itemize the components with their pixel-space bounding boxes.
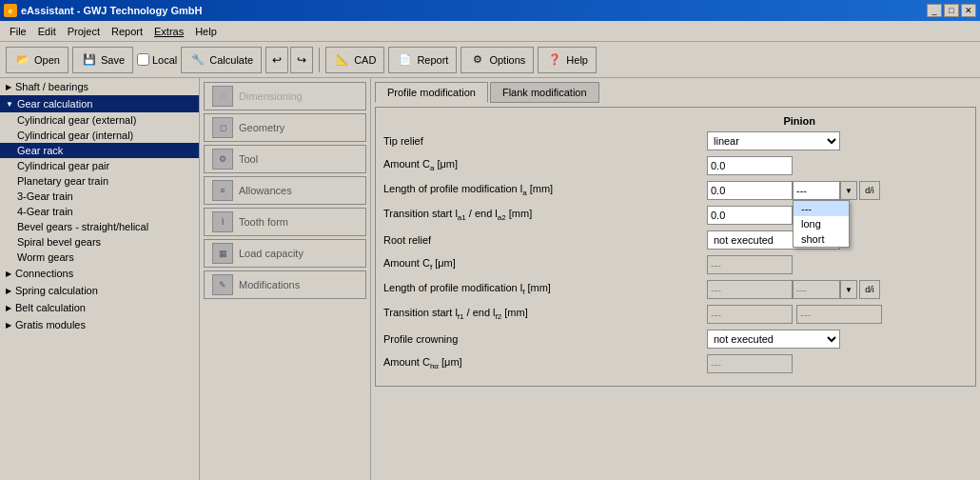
tip-relief-row: Tip relief linear progressive none [383,130,968,151]
menu-edit[interactable]: Edit [32,24,62,39]
undo-button[interactable]: ↩ [265,47,288,73]
cad-icon: 📐 [334,51,351,69]
minimize-button[interactable]: _ [927,4,942,17]
options-button[interactable]: ⚙ Options [461,47,534,73]
transition-la-label: Transition start la1 / end la2 [mm] [383,208,707,222]
save-icon: 💾 [81,51,98,69]
transition-lf-input[interactable] [707,305,793,324]
length-la-input[interactable] [707,181,793,200]
length-la-label: Length of profile modification la [mm] [383,183,707,197]
app-icon: e [4,4,17,17]
open-icon: 📂 [14,51,31,69]
menu-file[interactable]: File [4,24,32,39]
amount-ca-label: Amount Ca [μm] [383,158,707,172]
sidebar-item-3gear[interactable]: 3-Gear train [0,189,199,204]
transition-la-input[interactable] [707,206,793,225]
length-lf-input[interactable] [707,280,793,299]
tab-flank-modification[interactable]: Flank modification [490,82,599,103]
length-la-dropdown-btn[interactable]: ▼ [840,181,857,200]
right-panel: Profile modification Flank modification … [371,78,980,480]
profile-crowning-label: Profile crowning [383,333,707,345]
transition-lf-row: Transition start lf1 / end lf2 [mm] [383,304,968,325]
local-checkbox[interactable] [137,53,149,66]
menu-bar: File Edit Project Report Extras Help [0,21,980,42]
triangle-spring: ▶ [6,287,11,295]
menu-project[interactable]: Project [62,24,106,39]
sidebar-group-shaft[interactable]: ▶ Shaft / bearings [0,78,199,95]
menu-report[interactable]: Report [106,24,148,39]
length-la-dropdown: --- long short [793,200,850,248]
amount-cf-label: Amount Cf [μm] [383,257,707,271]
root-relief-label: Root relief [383,234,707,246]
triangle-gear: ▼ [6,100,13,109]
sidebar-item-bevel[interactable]: Bevel gears - straight/helical [0,219,199,234]
length-la-di-button[interactable]: d/i [859,181,880,200]
dropdown-item-long[interactable]: long [794,216,849,231]
length-lf-row: Length of profile modification lf [mm] ▼… [383,279,968,300]
save-button[interactable]: 💾 Save [72,47,133,73]
sidebar-item-planetary[interactable]: Planetary gear train [0,173,199,189]
triangle-gratis: ▶ [6,321,11,330]
undo-redo-container: ↩ ↪ [265,47,313,73]
tab-bar: Profile modification Flank modification [375,82,976,103]
cad-button[interactable]: 📐 CAD [325,47,384,73]
profile-crowning-row: Profile crowning not executed executed [383,329,968,350]
report-button[interactable]: 📄 Report [388,47,457,73]
menu-extras[interactable]: Extras [148,24,189,39]
amount-cf-input[interactable] [707,255,793,274]
transition-lf-input2[interactable] [796,305,882,324]
form-area: Pinion Tip relief linear progressive non… [375,107,976,387]
length-lf-di-button[interactable]: d/i [859,280,880,299]
sidebar-item-cyl-pair[interactable]: Cylindrical gear pair [0,158,199,173]
sidebar-group-belt[interactable]: ▶ Belt calculation [0,299,199,316]
sidebar-group-gear[interactable]: ▼ Gear calculation [0,95,199,112]
profile-crowning-select[interactable]: not executed executed [707,330,840,349]
tool-icon: ⚙ [212,149,233,170]
dropdown-item-dash[interactable]: --- [794,201,849,216]
triangle-shaft: ▶ [6,83,11,91]
length-la-row: Length of profile modification la [mm] ▼… [383,180,968,201]
sidebar-group-spring[interactable]: ▶ Spring calculation [0,282,199,299]
amount-cha-input[interactable] [707,354,793,373]
geometry-button[interactable]: ◻ Geometry [204,113,366,142]
help-button[interactable]: ❓ Help [538,47,597,73]
options-icon: ⚙ [469,51,486,69]
sidebar-item-cyl-ext[interactable]: Cylindrical gear (external) [0,112,199,128]
main-content: ▶ Shaft / bearings ▼ Gear calculation Cy… [0,78,980,480]
sidebar-group-gratis[interactable]: ▶ Gratis modules [0,316,199,333]
tip-relief-select[interactable]: linear progressive none [707,131,840,150]
menu-help[interactable]: Help [189,24,223,39]
sidebar-item-worm[interactable]: Worm gears [0,250,199,265]
length-lf-select-input[interactable] [793,280,840,299]
sidebar-item-cyl-int[interactable]: Cylindrical gear (internal) [0,128,199,143]
tab-profile-modification[interactable]: Profile modification [375,82,488,103]
amount-ca-row: Amount Ca [μm] [383,155,968,176]
title-bar-controls[interactable]: _ □ ✕ [927,4,976,17]
modifications-icon: ✎ [212,274,233,295]
dropdown-item-short[interactable]: short [794,231,849,247]
toolbar: 📂 Open 💾 Save Local 🔧 Calculate ↩ ↪ 📐 CA… [0,42,980,78]
triangle-belt: ▶ [6,304,11,312]
root-relief-row: Root relief not executed linear progress… [383,230,968,250]
close-button[interactable]: ✕ [961,4,976,17]
amount-cha-label: Amount Chα [μm] [383,356,707,370]
sidebar-item-spiral[interactable]: Spiral bevel gears [0,234,199,250]
length-lf-dropdown-btn[interactable]: ▼ [840,280,857,299]
tooth-form-button[interactable]: ⌇ Tooth form [204,208,366,236]
dimensioning-button[interactable]: ⊡ Dimensioning [204,82,366,110]
sidebar-group-connections[interactable]: ▶ Connections [0,265,199,282]
sidebar-item-4gear[interactable]: 4-Gear train [0,204,199,219]
redo-button[interactable]: ↪ [290,47,313,73]
allowances-button[interactable]: ≡ Allowances [204,176,366,205]
tool-button[interactable]: ⚙ Tool [204,145,366,173]
maximize-button[interactable]: □ [944,4,959,17]
sidebar-item-gear-rack[interactable]: Gear rack [0,143,199,158]
pinion-header: Pinion [383,115,968,127]
amount-cf-row: Amount Cf [μm] [383,254,968,275]
amount-ca-input[interactable] [707,156,793,175]
load-capacity-button[interactable]: ▦ Load capacity [204,239,366,268]
open-button[interactable]: 📂 Open [6,47,69,73]
modifications-button[interactable]: ✎ Modifications [204,270,366,299]
length-la-select-input[interactable] [793,181,840,200]
calculate-button[interactable]: 🔧 Calculate [181,47,262,73]
